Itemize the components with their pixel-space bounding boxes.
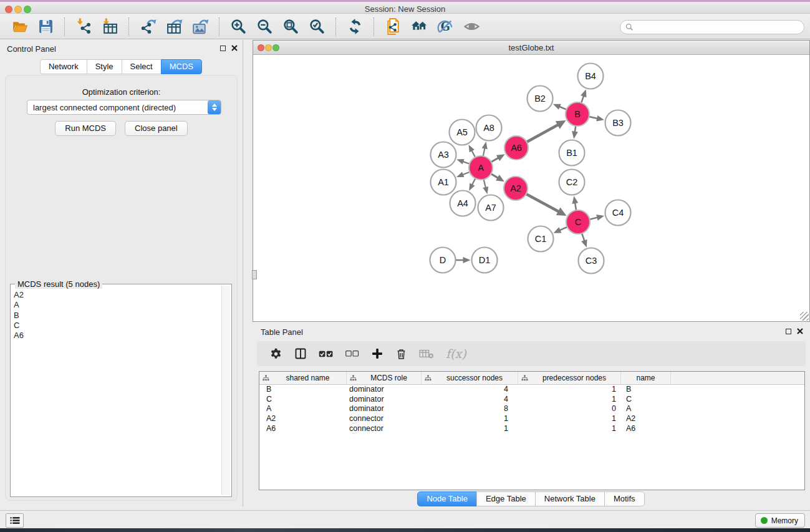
settings-button[interactable] (269, 347, 282, 360)
table-header-row: shared nameMCDS rolesuccessor nodesprede… (259, 372, 804, 385)
float-table-panel-icon[interactable] (786, 329, 791, 334)
delete-table-icon (419, 348, 434, 359)
new-network-from-selection-button[interactable] (382, 17, 404, 37)
edge-A-A1[interactable] (462, 172, 470, 175)
table-row[interactable]: Adominator80A (259, 404, 804, 414)
search-input[interactable] (634, 23, 804, 32)
add-column-button[interactable] (371, 347, 383, 360)
edge-B-B2[interactable] (559, 107, 567, 110)
cybrowser-home-button[interactable] (408, 17, 430, 37)
float-panel-icon[interactable] (220, 46, 226, 51)
main-toolbar: G (0, 14, 810, 39)
table-cell: 0 (518, 404, 621, 414)
export-network-button[interactable] (137, 17, 159, 37)
tab-network-table[interactable]: Network Table (535, 491, 605, 506)
hide-graphics-details-button[interactable]: G (434, 17, 456, 37)
table-row[interactable]: Bdominator41B (259, 385, 804, 395)
edge-A6-B[interactable] (527, 125, 559, 142)
edge-B-B3[interactable] (589, 117, 599, 118)
deselect-all-icon (345, 349, 359, 358)
edge-A-A8[interactable] (483, 147, 485, 156)
tab-motifs[interactable]: Motifs (604, 491, 645, 506)
tab-node-table[interactable]: Node Table (417, 491, 477, 506)
show-hide-details-button[interactable] (460, 17, 483, 37)
close-panel-icon[interactable] (231, 45, 238, 51)
result-item[interactable]: A (14, 300, 219, 310)
table-cell: dominator (347, 395, 422, 405)
edge-arrow (483, 186, 488, 194)
task-history-button[interactable] (6, 513, 24, 528)
column-header-MCDS-role[interactable]: MCDS role (347, 372, 422, 384)
edge-A-A7[interactable] (484, 179, 486, 188)
network-view-window: testGlobe.txt B4B2BB3B1A6A5A8A3AA1A4A7A2… (253, 40, 810, 322)
table-cell: connector (347, 414, 422, 424)
criterion-select[interactable]: largest connected component (directed) (27, 100, 221, 115)
hide-graphics-details-icon: G (437, 18, 454, 35)
network-window-titlebar[interactable]: testGlobe.txt (253, 41, 809, 55)
network-canvas[interactable]: B4B2BB3B1A6A5A8A3AA1A4A7A2C2C4CC1C3DD1 (253, 55, 809, 321)
edge-A2-C[interactable] (526, 194, 559, 212)
result-scrollbar[interactable] (221, 286, 230, 495)
table-row[interactable]: A6connector11A6 (259, 424, 804, 434)
node-label-B1: B1 (566, 148, 577, 158)
node-label-B3: B3 (612, 118, 624, 128)
edge-A-A6[interactable] (491, 158, 499, 162)
run-mcds-button[interactable]: Run MCDS (55, 121, 116, 136)
desktop-background-strip (0, 528, 810, 532)
column-header-successor-nodes[interactable]: successor nodes (422, 372, 518, 384)
zoom-fit-button[interactable] (279, 17, 302, 37)
zoom-in-button[interactable] (227, 17, 249, 37)
memory-button[interactable]: Memory (755, 513, 805, 528)
deselect-all-button[interactable] (345, 349, 359, 358)
split-view-button[interactable] (294, 347, 307, 360)
column-header-shared-name[interactable]: shared name (259, 372, 347, 384)
app-titlebar: Session: New Session (0, 0, 810, 14)
node-label-B2: B2 (534, 94, 546, 104)
edge-C-C1[interactable] (559, 227, 567, 231)
import-table-button[interactable] (99, 17, 121, 37)
resize-grip[interactable] (800, 312, 809, 321)
result-item[interactable]: C (14, 321, 219, 331)
export-image-button[interactable] (189, 17, 211, 37)
table-row[interactable]: Cdominator41C (259, 395, 804, 405)
node-label-A3: A3 (438, 150, 449, 160)
export-table-button[interactable] (163, 17, 185, 37)
tab-edge-table[interactable]: Edge Table (476, 491, 536, 506)
result-item[interactable]: B (14, 311, 219, 321)
cybrowser-home-icon (411, 18, 428, 35)
table-cell: 1 (518, 424, 621, 434)
zoom-selected-button[interactable] (306, 17, 328, 37)
result-item[interactable]: A2 (14, 290, 219, 300)
hierarchy-icon (350, 375, 357, 382)
network-graph[interactable]: B4B2BB3B1A6A5A8A3AA1A4A7A2C2C4CC1C3DD1 (253, 55, 809, 321)
tab-network[interactable]: Network (40, 59, 87, 74)
edge-C-C3[interactable] (582, 233, 585, 241)
toolbar-separator (374, 17, 374, 36)
window-edge-handle[interactable] (252, 270, 257, 279)
result-item[interactable]: A6 (14, 331, 219, 341)
edge-A-A2[interactable] (491, 174, 498, 178)
tab-select[interactable]: Select (122, 59, 162, 74)
table-cell: 1 (518, 385, 621, 395)
table-cell: 4 (422, 385, 518, 395)
search-box[interactable] (620, 20, 804, 34)
table-cell: A (259, 404, 347, 414)
column-header-predecessor-nodes[interactable]: predecessor nodes (518, 372, 621, 384)
tab-style[interactable]: Style (87, 59, 122, 74)
edge-C-C4[interactable] (590, 217, 599, 219)
select-all-button[interactable] (319, 349, 334, 359)
tab-mcds[interactable]: MCDS (161, 59, 202, 74)
save-session-button[interactable] (34, 17, 57, 37)
import-network-button[interactable] (72, 17, 95, 37)
control-panel-title: Control Panel (7, 44, 56, 54)
open-session-button[interactable] (8, 17, 31, 37)
edge-arrow (463, 257, 471, 263)
zoom-out-button[interactable] (253, 17, 276, 37)
close-table-panel-icon[interactable] (797, 328, 803, 334)
refresh-button[interactable] (344, 17, 366, 37)
select-all-icon (319, 349, 334, 359)
delete-column-button[interactable] (395, 347, 407, 360)
table-row[interactable]: A2connector11A2 (259, 414, 804, 424)
column-header-name[interactable]: name (621, 372, 671, 384)
close-panel-button[interactable]: Close panel (125, 121, 188, 136)
